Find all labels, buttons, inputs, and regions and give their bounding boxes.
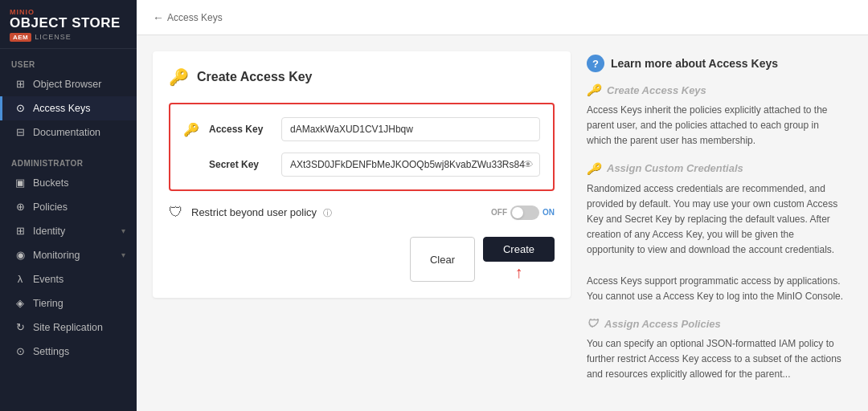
info-section-policies: 🛡 Assign Access Policies You can specify… [587,317,844,383]
eye-icon[interactable]: 👁 [522,158,534,171]
clear-button[interactable]: Clear [410,237,475,282]
sidebar-item-site-replication[interactable]: ↻ Site Replication [0,315,137,340]
sidebar-item-label: Settings [33,346,125,357]
main-content: ← Access Keys 🔑 Create Access Key 🔑 Acce… [137,0,868,411]
tiering-icon: ◈ [14,297,27,310]
policy-toggle[interactable] [510,206,539,220]
key-row-icon: 🔑 [183,122,209,137]
info-section-create-title: 🔑 Create Access Keys [587,83,844,96]
sidebar-item-label: Documentation [33,127,125,138]
events-icon: λ [14,273,27,286]
grid-icon: ⊞ [14,78,27,91]
key-green-icon: 🔑 [169,67,189,87]
create-access-key-panel: 🔑 Create Access Key 🔑 Access Key Secret … [153,51,571,298]
sidebar-item-monitoring[interactable]: ◉ Monitoring ▾ [0,243,137,267]
info-section-credentials-title: 🔑 Assign Custom Credentials [587,162,844,175]
sidebar-item-label: Site Replication [33,322,125,333]
back-label: Access Keys [167,12,223,23]
sidebar-item-label: Policies [33,201,125,213]
sidebar-item-access-keys[interactable]: ⊙ Access Keys [0,96,137,120]
settings-icon: ⊙ [14,345,27,358]
toggle-off-label: OFF [491,208,507,217]
sidebar-section-user: User ⊞ Object Browser ⊙ Access Keys ⊟ Do… [0,49,137,148]
topbar: ← Access Keys [137,0,868,35]
replication-icon: ↻ [14,321,27,334]
logo-license: LICENSE [35,33,72,41]
toggle-thumb [512,207,523,218]
sidebar-item-label: Monitoring [33,250,115,261]
create-button[interactable]: Create [483,237,555,262]
sidebar-section-administrator: Administrator ▣ Buckets ⊕ Policies ⊞ Ide… [0,148,137,367]
info-section-create: 🔑 Create Access Keys Access Keys inherit… [587,83,844,149]
identity-icon: ⊞ [14,225,27,238]
sidebar-item-label: Events [33,274,125,285]
chevron-icon: ▾ [121,226,125,235]
access-key-input[interactable] [281,117,540,141]
sidebar-item-object-browser[interactable]: ⊞ Object Browser [0,72,137,96]
policy-label: Restrict beyond user policy ⓘ [191,206,483,219]
sidebar-item-label: Access Keys [33,103,125,114]
sidebar-item-documentation[interactable]: ⊟ Documentation [0,120,137,144]
sidebar: MINIO OBJECT STORE AEM LICENSE User ⊞ Ob… [0,0,137,411]
form-bordered-section: 🔑 Access Key Secret Key 👁 [169,103,555,191]
policy-icon: ⊕ [14,201,27,214]
sidebar-item-label: Tiering [33,298,125,309]
info-text-inherit: Access Keys inherit the policies explici… [587,103,844,149]
info-panel: ? Learn more about Access Keys 🔑 Create … [587,51,844,395]
access-key-input-wrap [281,117,540,141]
info-shield-icon: 🛡 [587,317,598,330]
info-section-policies-title: 🛡 Assign Access Policies [587,317,844,330]
sidebar-item-identity[interactable]: ⊞ Identity ▾ [0,219,137,243]
key-icon: ⊙ [14,102,27,115]
info-panel-title: ? Learn more about Access Keys [587,55,844,72]
monitoring-icon: ◉ [14,249,27,262]
sidebar-item-events[interactable]: λ Events [0,267,137,291]
logo-main-label: OBJECT STORE [10,16,127,31]
policy-help-icon[interactable]: ⓘ [323,208,332,218]
info-section-credentials: 🔑 Assign Custom Credentials Randomized a… [587,162,844,305]
chevron-icon: ▾ [121,250,125,259]
info-text-credentials: Randomized access credentials are recomm… [587,181,844,305]
toggle-wrap: OFF ON [491,206,555,220]
secret-key-label: Secret Key [209,159,281,170]
doc-icon: ⊟ [14,126,27,139]
info-key-icon-2: 🔑 [587,162,600,175]
shield-icon: 🛡 [169,204,183,221]
access-key-row: 🔑 Access Key [183,117,540,141]
back-arrow-icon: ← [153,11,164,24]
info-help-icon: ? [587,55,604,72]
sidebar-item-label: Buckets [33,177,125,189]
secret-key-row: Secret Key 👁 [183,153,540,177]
policy-row: 🛡 Restrict beyond user policy ⓘ OFF ON [169,204,555,221]
sidebar-item-policies[interactable]: ⊕ Policies [0,195,137,219]
sidebar-item-buckets[interactable]: ▣ Buckets [0,171,137,195]
form-title-text: Create Access Key [197,70,313,84]
back-button[interactable]: ← Access Keys [153,11,223,24]
bucket-icon: ▣ [14,177,27,189]
info-text-policies: You can specify an optional JSON-formatt… [587,336,844,383]
content-area: 🔑 Create Access Key 🔑 Access Key Secret … [137,35,868,411]
arrow-indicator: ↑ [514,263,522,282]
toggle-on-label: ON [542,208,555,217]
sidebar-item-label: Identity [33,226,115,237]
sidebar-item-settings[interactable]: ⊙ Settings [0,340,137,364]
logo-badge: AEM [10,33,31,42]
sidebar-item-tiering[interactable]: ◈ Tiering [0,291,137,315]
info-key-icon: 🔑 [587,83,600,96]
secret-key-input[interactable] [281,153,540,177]
sidebar-logo: MINIO OBJECT STORE AEM LICENSE [0,0,137,49]
form-actions: Clear Create ↑ [169,237,555,282]
create-button-wrap: Create ↑ [483,237,555,282]
sidebar-section-user-label: User [0,57,137,72]
secret-key-input-wrap: 👁 [281,153,540,177]
form-panel-title: 🔑 Create Access Key [169,67,555,87]
access-key-label: Access Key [209,124,281,135]
sidebar-section-admin-label: Administrator [0,156,137,171]
sidebar-item-label: Object Browser [33,79,125,90]
